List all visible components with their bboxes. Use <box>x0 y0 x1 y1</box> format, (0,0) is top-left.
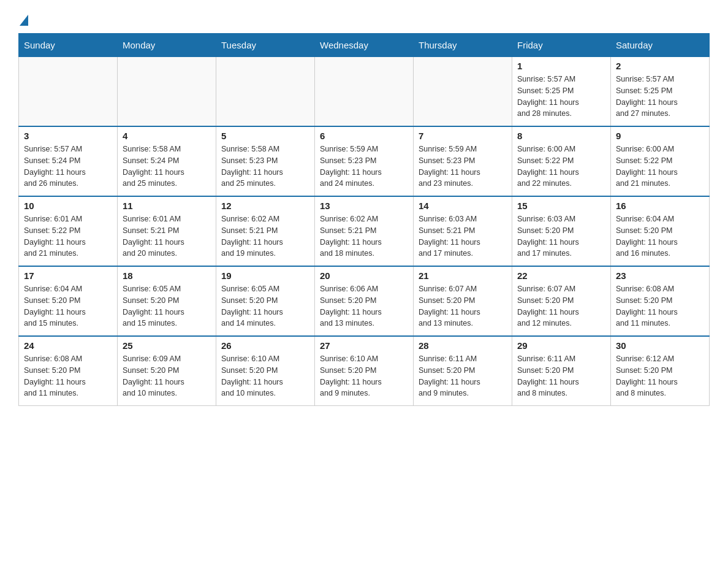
calendar-day-cell: 3Sunrise: 5:57 AM Sunset: 5:24 PM Daylig… <box>19 126 118 196</box>
calendar-day-cell: 22Sunrise: 6:07 AM Sunset: 5:20 PM Dayli… <box>512 266 611 336</box>
day-number: 3 <box>24 131 112 141</box>
day-number: 7 <box>419 131 507 141</box>
day-of-week-header: Saturday <box>611 34 710 57</box>
day-info: Sunrise: 6:04 AM Sunset: 5:20 PM Dayligh… <box>24 283 112 329</box>
day-number: 9 <box>616 131 704 141</box>
day-info: Sunrise: 6:07 AM Sunset: 5:20 PM Dayligh… <box>517 283 605 329</box>
day-number: 29 <box>517 340 605 351</box>
day-info: Sunrise: 5:57 AM Sunset: 5:25 PM Dayligh… <box>616 74 704 120</box>
day-info: Sunrise: 6:12 AM Sunset: 5:20 PM Dayligh… <box>616 353 704 399</box>
calendar-day-cell: 29Sunrise: 6:11 AM Sunset: 5:20 PM Dayli… <box>512 336 611 406</box>
calendar-day-cell: 25Sunrise: 6:09 AM Sunset: 5:20 PM Dayli… <box>118 336 216 406</box>
calendar-header-row: SundayMondayTuesdayWednesdayThursdayFrid… <box>19 34 710 57</box>
day-number: 25 <box>123 340 211 351</box>
calendar-day-cell <box>118 57 216 127</box>
calendar-day-cell: 17Sunrise: 6:04 AM Sunset: 5:20 PM Dayli… <box>19 266 118 336</box>
day-of-week-header: Wednesday <box>315 34 414 57</box>
calendar-table: SundayMondayTuesdayWednesdayThursdayFrid… <box>18 33 710 406</box>
day-info: Sunrise: 6:06 AM Sunset: 5:20 PM Dayligh… <box>320 283 408 329</box>
calendar-day-cell: 27Sunrise: 6:10 AM Sunset: 5:20 PM Dayli… <box>315 336 414 406</box>
day-info: Sunrise: 5:57 AM Sunset: 5:25 PM Dayligh… <box>517 74 605 120</box>
day-info: Sunrise: 6:02 AM Sunset: 5:21 PM Dayligh… <box>320 213 408 259</box>
calendar-day-cell: 12Sunrise: 6:02 AM Sunset: 5:21 PM Dayli… <box>216 196 315 266</box>
day-of-week-header: Tuesday <box>216 34 315 57</box>
day-number: 10 <box>24 201 112 211</box>
day-info: Sunrise: 6:00 AM Sunset: 5:22 PM Dayligh… <box>517 144 605 190</box>
calendar-week-row: 1Sunrise: 5:57 AM Sunset: 5:25 PM Daylig… <box>19 57 710 127</box>
logo <box>18 12 28 21</box>
day-number: 1 <box>517 61 605 71</box>
day-number: 8 <box>517 131 605 141</box>
page-header <box>18 12 710 21</box>
calendar-day-cell: 1Sunrise: 5:57 AM Sunset: 5:25 PM Daylig… <box>512 57 611 127</box>
calendar-day-cell <box>19 57 118 127</box>
day-info: Sunrise: 6:03 AM Sunset: 5:21 PM Dayligh… <box>419 213 507 259</box>
calendar-day-cell: 15Sunrise: 6:03 AM Sunset: 5:20 PM Dayli… <box>512 196 611 266</box>
day-of-week-header: Monday <box>118 34 216 57</box>
day-info: Sunrise: 6:11 AM Sunset: 5:20 PM Dayligh… <box>419 353 507 399</box>
calendar-day-cell: 6Sunrise: 5:59 AM Sunset: 5:23 PM Daylig… <box>315 126 414 196</box>
day-info: Sunrise: 6:05 AM Sunset: 5:20 PM Dayligh… <box>123 283 211 329</box>
calendar-day-cell: 16Sunrise: 6:04 AM Sunset: 5:20 PM Dayli… <box>611 196 710 266</box>
calendar-day-cell: 23Sunrise: 6:08 AM Sunset: 5:20 PM Dayli… <box>611 266 710 336</box>
calendar-week-row: 10Sunrise: 6:01 AM Sunset: 5:22 PM Dayli… <box>19 196 710 266</box>
calendar-day-cell: 8Sunrise: 6:00 AM Sunset: 5:22 PM Daylig… <box>512 126 611 196</box>
day-info: Sunrise: 6:08 AM Sunset: 5:20 PM Dayligh… <box>616 283 704 329</box>
calendar-day-cell: 30Sunrise: 6:12 AM Sunset: 5:20 PM Dayli… <box>611 336 710 406</box>
day-number: 21 <box>419 270 507 281</box>
calendar-day-cell: 28Sunrise: 6:11 AM Sunset: 5:20 PM Dayli… <box>414 336 512 406</box>
day-number: 28 <box>419 340 507 351</box>
logo-triangle-icon <box>20 15 28 26</box>
day-number: 11 <box>123 201 211 211</box>
day-info: Sunrise: 6:11 AM Sunset: 5:20 PM Dayligh… <box>517 353 605 399</box>
calendar-day-cell: 24Sunrise: 6:08 AM Sunset: 5:20 PM Dayli… <box>19 336 118 406</box>
calendar-day-cell: 7Sunrise: 5:59 AM Sunset: 5:23 PM Daylig… <box>414 126 512 196</box>
calendar-day-cell: 20Sunrise: 6:06 AM Sunset: 5:20 PM Dayli… <box>315 266 414 336</box>
calendar-day-cell: 26Sunrise: 6:10 AM Sunset: 5:20 PM Dayli… <box>216 336 315 406</box>
day-number: 16 <box>616 201 704 211</box>
calendar-week-row: 17Sunrise: 6:04 AM Sunset: 5:20 PM Dayli… <box>19 266 710 336</box>
day-number: 5 <box>221 131 309 141</box>
day-of-week-header: Thursday <box>414 34 512 57</box>
day-number: 12 <box>221 201 309 211</box>
calendar-day-cell <box>315 57 414 127</box>
calendar-day-cell: 18Sunrise: 6:05 AM Sunset: 5:20 PM Dayli… <box>118 266 216 336</box>
calendar-day-cell: 2Sunrise: 5:57 AM Sunset: 5:25 PM Daylig… <box>611 57 710 127</box>
calendar-day-cell: 19Sunrise: 6:05 AM Sunset: 5:20 PM Dayli… <box>216 266 315 336</box>
day-number: 20 <box>320 270 408 281</box>
day-number: 6 <box>320 131 408 141</box>
day-info: Sunrise: 6:01 AM Sunset: 5:22 PM Dayligh… <box>24 213 112 259</box>
calendar-day-cell: 9Sunrise: 6:00 AM Sunset: 5:22 PM Daylig… <box>611 126 710 196</box>
day-number: 30 <box>616 340 704 351</box>
day-info: Sunrise: 6:10 AM Sunset: 5:20 PM Dayligh… <box>320 353 408 399</box>
day-info: Sunrise: 6:08 AM Sunset: 5:20 PM Dayligh… <box>24 353 112 399</box>
day-number: 15 <box>517 201 605 211</box>
day-number: 26 <box>221 340 309 351</box>
day-info: Sunrise: 6:10 AM Sunset: 5:20 PM Dayligh… <box>221 353 309 399</box>
day-of-week-header: Friday <box>512 34 611 57</box>
day-info: Sunrise: 6:07 AM Sunset: 5:20 PM Dayligh… <box>419 283 507 329</box>
day-info: Sunrise: 5:57 AM Sunset: 5:24 PM Dayligh… <box>24 144 112 190</box>
day-number: 13 <box>320 201 408 211</box>
calendar-day-cell <box>216 57 315 127</box>
day-number: 14 <box>419 201 507 211</box>
day-info: Sunrise: 6:09 AM Sunset: 5:20 PM Dayligh… <box>123 353 211 399</box>
day-info: Sunrise: 6:04 AM Sunset: 5:20 PM Dayligh… <box>616 213 704 259</box>
day-number: 27 <box>320 340 408 351</box>
calendar-week-row: 3Sunrise: 5:57 AM Sunset: 5:24 PM Daylig… <box>19 126 710 196</box>
calendar-day-cell: 5Sunrise: 5:58 AM Sunset: 5:23 PM Daylig… <box>216 126 315 196</box>
day-info: Sunrise: 6:01 AM Sunset: 5:21 PM Dayligh… <box>123 213 211 259</box>
calendar-day-cell: 21Sunrise: 6:07 AM Sunset: 5:20 PM Dayli… <box>414 266 512 336</box>
day-number: 23 <box>616 270 704 281</box>
day-info: Sunrise: 5:58 AM Sunset: 5:24 PM Dayligh… <box>123 144 211 190</box>
day-info: Sunrise: 6:00 AM Sunset: 5:22 PM Dayligh… <box>616 144 704 190</box>
day-number: 4 <box>123 131 211 141</box>
calendar-day-cell: 4Sunrise: 5:58 AM Sunset: 5:24 PM Daylig… <box>118 126 216 196</box>
day-number: 2 <box>616 61 704 71</box>
day-info: Sunrise: 5:58 AM Sunset: 5:23 PM Dayligh… <box>221 144 309 190</box>
day-info: Sunrise: 6:02 AM Sunset: 5:21 PM Dayligh… <box>221 213 309 259</box>
day-number: 24 <box>24 340 112 351</box>
day-of-week-header: Sunday <box>19 34 118 57</box>
day-number: 17 <box>24 270 112 281</box>
calendar-day-cell: 11Sunrise: 6:01 AM Sunset: 5:21 PM Dayli… <box>118 196 216 266</box>
